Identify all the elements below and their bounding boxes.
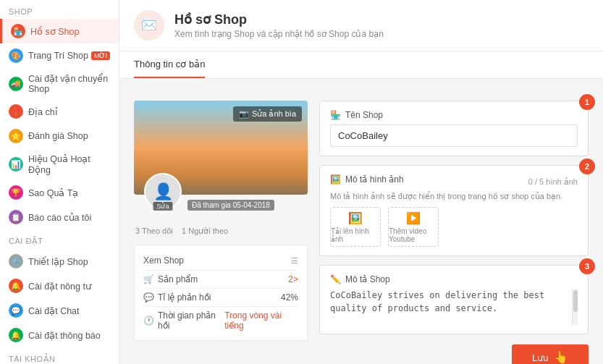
sidebar-icon-chat: 💬 — [9, 303, 23, 318]
sidebar-item-hieu-qua[interactable]: 📊 Hiệu Quả Hoạt Động — [0, 148, 119, 180]
sidebar-item-chat[interactable]: 💬 Cài đặt Chat — [0, 298, 119, 323]
page-title: Hồ sơ Shop — [174, 12, 384, 27]
sidebar-icon-dia-chi: 📍 — [9, 104, 23, 119]
save-button[interactable]: Lưu 👆 — [512, 344, 589, 364]
ten-shop-input[interactable] — [330, 124, 578, 147]
settings-section-label: CÀI ĐẶT — [0, 229, 119, 249]
mo-ta-shop-label: ✏️ Mô tả Shop — [330, 274, 578, 284]
form-layout: 📷 Sửa ảnh bìa 👤 Sửa Đã tham gia 05-04-20… — [134, 101, 589, 364]
save-label: Lưu — [532, 352, 548, 363]
clock-icon: 🕐 — [143, 316, 154, 326]
thoi-gian-value: Trong vòng vài tiếng — [224, 310, 298, 331]
stat-row-ti-le: 💬 Tỉ lệ phản hồi 42% — [143, 289, 298, 307]
stat-row-san-pham: 🛒 Sản phẩm 2> — [143, 271, 298, 289]
sidebar-item-trang-tri-shop[interactable]: 🎨 Trang Trí Shop MỚI — [0, 43, 119, 68]
sidebar-label-danh-gia: Đánh giá Shop — [28, 131, 88, 141]
ti-le-label: 💬 Tỉ lệ phản hồi — [143, 292, 211, 302]
form-fields-panel: 1 🏪 Tên Shop 2 🖼️ Mô tả hình ảnh — [319, 101, 589, 364]
view-shop-label[interactable]: Xem Shop — [143, 255, 184, 266]
main-content: ✉️ Hồ sơ Shop Xem tình trạng Shop và cập… — [119, 0, 603, 364]
ten-shop-box: 1 🏪 Tên Shop — [319, 101, 589, 156]
sidebar-item-bao-cao[interactable]: 📋 Báo cáo của tôi — [0, 205, 119, 229]
video-icon: ▶️ — [406, 211, 421, 225]
sidebar-item-ho-so-shop[interactable]: 🏪 Hồ sơ Shop — [0, 19, 119, 43]
sidebar-label-bao-cao: Báo cáo của tôi — [28, 212, 91, 223]
sidebar-icon-nong-tu: 🔔 — [9, 279, 23, 293]
sidebar-icon-thong-bao: 🔔 — [9, 328, 23, 342]
box-number-3: 3 — [579, 258, 595, 274]
tab-bar: Thông tin cơ bản — [119, 51, 603, 79]
sidebar-icon-thiet-lap: ⚙️ — [9, 254, 23, 268]
them-video-button[interactable]: ▶️ Thêm video Youtube — [388, 207, 439, 247]
scrollbar-thumb — [573, 290, 578, 312]
sidebar-item-danh-gia[interactable]: ⭐ Đánh giá Shop — [0, 124, 119, 148]
sidebar-label-sao-qua-ta: Sao Quả Tạ — [28, 187, 78, 198]
edit-cover-button[interactable]: 📷 Sửa ảnh bìa — [233, 106, 302, 122]
box-number-2: 2 — [579, 158, 595, 174]
san-pham-value[interactable]: 2> — [288, 274, 298, 284]
avatar-wrapper: 👤 Sửa — [144, 173, 182, 211]
sidebar-label-trang-tri: Trang Trí Shop — [28, 51, 88, 61]
sidebar-label-chat: Cài đặt Chat — [28, 305, 80, 316]
join-date: Đã tham gia 05-04-2018 — [187, 200, 274, 211]
product-icon: 🛒 — [143, 274, 154, 284]
tai-len-hinh-anh-button[interactable]: 🖼️ Tải lên hình ảnh — [330, 207, 381, 247]
thoi-gian-label: 🕐 Thời gian phản hồi — [143, 310, 224, 331]
sidebar-icon-bao-cao: 📋 — [9, 210, 23, 224]
image-desc-hint: Mô tả hình ảnh sẽ được hiển thị trong tr… — [330, 192, 578, 201]
page-header-text: Hồ sơ Shop Xem tình trạng Shop và cập nh… — [174, 12, 384, 39]
mo-ta-hinh-anh-label: 🖼️ Mô tả hình ảnh — [330, 174, 404, 185]
edit-cover-label: Sửa ảnh bìa — [252, 109, 296, 119]
content-area: 📷 Sửa ảnh bìa 👤 Sửa Đã tham gia 05-04-20… — [119, 79, 603, 364]
shop-image-panel: 📷 Sửa ảnh bìa 👤 Sửa Đã tham gia 05-04-20… — [134, 101, 308, 364]
shop-name-icon: 🏪 — [330, 110, 341, 120]
shop-section-label: SHOP — [0, 0, 119, 19]
sidebar-item-thiet-lap[interactable]: ⚙️ Thiết lập Shop — [0, 249, 119, 274]
stat-row-thoi-gian: 🕐 Thời gian phản hồi Trong vòng vài tiến… — [143, 307, 298, 334]
sidebar-icon-ho-so: 🏪 — [11, 24, 25, 38]
cursor-icon: 👆 — [554, 350, 568, 364]
image-desc-header: 🖼️ Mô tả hình ảnh 0 / 5 hình ảnh — [330, 174, 578, 189]
box-number-1: 1 — [579, 94, 595, 110]
camera-icon: 📷 — [239, 109, 249, 119]
sidebar-item-dia-chi[interactable]: 📍 Địa chỉ — [0, 99, 119, 124]
shop-stats-panel: Xem Shop ☰ 🛒 Sản phẩm 2> 💬 Tỉ lệ ph — [134, 245, 308, 341]
sidebar-icon-danh-gia: ⭐ — [9, 129, 23, 143]
mo-ta-shop-textarea[interactable] — [330, 289, 569, 325]
sidebar-label-hieu-qua: Hiệu Quả Hoạt Động — [28, 153, 110, 175]
sidebar-item-nong-tu[interactable]: 🔔 Cài đặt nông tư — [0, 274, 119, 298]
account-section-label: TÀI KHOẢN — [0, 347, 119, 364]
image-icon: 🖼️ — [330, 174, 341, 185]
page-subtitle: Xem tình trạng Shop và cập nhật hồ sơ Sh… — [174, 29, 384, 39]
avatar-edit-button[interactable]: Sửa — [153, 202, 172, 211]
textarea-wrapper — [330, 289, 578, 325]
badge-new: MỚI — [91, 51, 110, 60]
them-video-label: Thêm video Youtube — [389, 227, 438, 243]
edit-icon: ✏️ — [330, 274, 341, 284]
mo-ta-shop-box: 3 ✏️ Mô tả Shop — [319, 265, 589, 334]
followers-info: 3 Theo dõi 1 Người theo — [134, 227, 308, 236]
sidebar-label-ho-so: Hồ sơ Shop — [30, 26, 79, 37]
sidebar-label-thiet-lap: Thiết lập Shop — [28, 256, 88, 267]
page-header-icon: ✉️ — [134, 10, 164, 41]
sidebar-icon-hieu-qua: 📊 — [9, 157, 23, 172]
san-pham-label: 🛒 Sản phẩm — [143, 274, 198, 284]
sidebar-item-van-chuyen[interactable]: 🚚 Cài đặt vận chuyển Shop — [0, 68, 119, 99]
sidebar-label-thong-bao: Cài đặt thông báo — [28, 330, 101, 341]
upload-image-icon: 🖼️ — [348, 211, 363, 225]
image-upload-buttons: 🖼️ Tải lên hình ảnh ▶️ Thêm video Youtub… — [330, 207, 578, 247]
cover-photo-wrapper: 📷 Sửa ảnh bìa 👤 Sửa Đã tham gia 05-04-20… — [134, 101, 308, 195]
tab-thong-tin-co-ban[interactable]: Thông tin cơ bản — [134, 51, 205, 78]
sidebar-label-dia-chi: Địa chỉ — [28, 106, 58, 117]
sidebar-item-sao-qua-ta[interactable]: 🏆 Sao Quả Tạ — [0, 180, 119, 205]
ten-shop-label: 🏪 Tên Shop — [330, 110, 578, 120]
ti-le-value: 42% — [281, 292, 298, 302]
sidebar-label-van-chuyen: Cài đặt vận chuyển Shop — [28, 73, 110, 94]
tai-len-label: Tải lên hình ảnh — [331, 227, 380, 243]
shop-name-row: Xem Shop ☰ — [143, 251, 298, 271]
sidebar-icon-van-chuyen: 🚚 — [9, 77, 23, 91]
textarea-scrollbar[interactable] — [572, 289, 578, 325]
sidebar-label-nong-tu: Cài đặt nông tư — [28, 281, 91, 292]
sidebar-item-thong-bao[interactable]: 🔔 Cài đặt thông báo — [0, 323, 119, 347]
mo-ta-hinh-anh-box: 2 🖼️ Mô tả hình ảnh 0 / 5 hình ảnh Mô tả… — [319, 165, 589, 256]
